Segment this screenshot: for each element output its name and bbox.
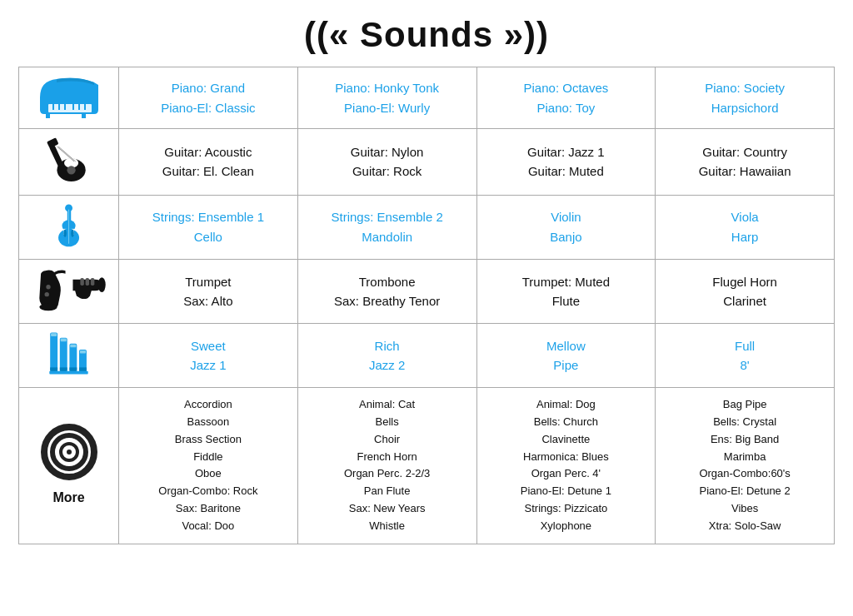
sax-icon-cell bbox=[19, 259, 119, 323]
strings-col4[interactable]: ViolaHarp bbox=[656, 195, 835, 259]
piano-col3[interactable]: Piano: OctavesPiano: Toy bbox=[476, 67, 656, 129]
svg-rect-31 bbox=[90, 278, 93, 286]
piano-icon bbox=[36, 72, 102, 118]
svg-point-27 bbox=[44, 292, 48, 296]
organ-col3[interactable]: MellowPipe bbox=[476, 324, 656, 388]
svg-point-13 bbox=[67, 166, 75, 174]
more-icon-cell: More bbox=[19, 388, 119, 544]
more-col1[interactable]: AccordionBassoonBrass SectionFiddleOboeO… bbox=[119, 388, 298, 544]
table-row: SweetJazz 1 RichJazz 2 MellowPipe Full8' bbox=[19, 324, 835, 388]
title-prefix: ((« bbox=[304, 15, 360, 54]
svg-rect-7 bbox=[78, 104, 80, 110]
piano-col4[interactable]: Piano: SocietyHarpsichord bbox=[656, 67, 835, 129]
svg-rect-29 bbox=[80, 278, 83, 286]
sounds-table: Piano: GrandPiano-El: Classic Piano: Hon… bbox=[18, 67, 835, 544]
svg-rect-44 bbox=[79, 367, 87, 370]
svg-rect-43 bbox=[69, 367, 77, 370]
more-col2[interactable]: Animal: CatBellsChoirFrench HornOrgan Pe… bbox=[297, 388, 476, 544]
organ-col4[interactable]: Full8' bbox=[656, 324, 835, 388]
svg-rect-39 bbox=[80, 350, 86, 354]
table-row: More AccordionBassoonBrass SectionFiddle… bbox=[19, 388, 835, 544]
piano-col2[interactable]: Piano: Honky TonkPiano-El: Wurly bbox=[297, 67, 476, 129]
more-col4[interactable]: Bag PipeBells: CrystalEns: Big BandMarim… bbox=[656, 388, 835, 544]
svg-rect-33 bbox=[51, 333, 57, 336]
violin-icon bbox=[44, 201, 94, 249]
organ-col1[interactable]: SweetJazz 1 bbox=[119, 324, 298, 388]
violin-icon-cell bbox=[19, 195, 119, 259]
svg-rect-4 bbox=[58, 104, 60, 110]
organ-pipes-icon bbox=[46, 329, 92, 377]
brass-col3[interactable]: Trumpet: MutedFlute bbox=[476, 259, 656, 323]
strings-col3[interactable]: ViolinBanjo bbox=[476, 195, 656, 259]
svg-rect-0 bbox=[46, 114, 50, 118]
table-row: Piano: GrandPiano-El: Classic Piano: Hon… bbox=[19, 67, 835, 129]
guitar-col4[interactable]: Guitar: CountryGuitar: Hawaiian bbox=[656, 129, 835, 195]
svg-point-22 bbox=[63, 229, 67, 236]
sax-trumpet-icon bbox=[32, 265, 107, 313]
svg-rect-32 bbox=[50, 332, 57, 370]
page-title: ((« Sounds »)) bbox=[304, 0, 549, 67]
organ-col2[interactable]: RichJazz 2 bbox=[297, 324, 476, 388]
piano-icon-cell bbox=[19, 67, 119, 129]
svg-rect-36 bbox=[69, 344, 77, 371]
table-row: TrumpetSax: Alto TromboneSax: Breathy Te… bbox=[19, 259, 835, 323]
brass-col2[interactable]: TromboneSax: Breathy Tenor bbox=[297, 259, 476, 323]
svg-rect-30 bbox=[85, 278, 88, 286]
svg-rect-34 bbox=[60, 338, 67, 371]
guitar-icon bbox=[44, 134, 94, 184]
svg-rect-8 bbox=[84, 104, 86, 110]
svg-point-48 bbox=[67, 450, 72, 455]
organ-icon-cell bbox=[19, 324, 119, 388]
svg-rect-40 bbox=[49, 371, 87, 375]
guitar-col1[interactable]: Guitar: AcousticGuitar: El. Clean bbox=[119, 129, 298, 195]
svg-rect-41 bbox=[50, 367, 57, 370]
more-label: More bbox=[24, 488, 113, 509]
svg-point-26 bbox=[46, 285, 50, 289]
more-icon bbox=[40, 423, 98, 481]
table-row: Strings: Ensemble 1Cello Strings: Ensemb… bbox=[19, 195, 835, 259]
svg-rect-37 bbox=[70, 345, 76, 348]
more-col3[interactable]: Animal: DogBells: ChurchClavinetteHarmon… bbox=[476, 388, 656, 544]
svg-rect-11 bbox=[48, 145, 63, 168]
brass-col1[interactable]: TrumpetSax: Alto bbox=[119, 259, 298, 323]
svg-rect-35 bbox=[61, 339, 67, 342]
guitar-col2[interactable]: Guitar: NylonGuitar: Rock bbox=[297, 129, 476, 195]
svg-rect-42 bbox=[60, 367, 67, 370]
table-row: Guitar: AcousticGuitar: El. Clean Guitar… bbox=[19, 129, 835, 195]
svg-rect-3 bbox=[52, 104, 54, 110]
title-main: Sounds bbox=[360, 15, 493, 54]
strings-col1[interactable]: Strings: Ensemble 1Cello bbox=[119, 195, 298, 259]
strings-col2[interactable]: Strings: Ensemble 2Mandolin bbox=[297, 195, 476, 259]
title-suffix: »)) bbox=[493, 15, 549, 54]
piano-col1[interactable]: Piano: GrandPiano-El: Classic bbox=[119, 67, 298, 129]
svg-rect-5 bbox=[64, 104, 66, 110]
svg-point-28 bbox=[97, 277, 105, 292]
svg-point-25 bbox=[39, 303, 57, 310]
svg-rect-6 bbox=[72, 104, 74, 110]
svg-point-23 bbox=[71, 229, 74, 236]
brass-col4[interactable]: Flugel HornClarinet bbox=[656, 259, 835, 323]
guitar-icon-cell bbox=[19, 129, 119, 195]
svg-rect-1 bbox=[82, 114, 86, 118]
guitar-col3[interactable]: Guitar: Jazz 1Guitar: Muted bbox=[476, 129, 656, 195]
